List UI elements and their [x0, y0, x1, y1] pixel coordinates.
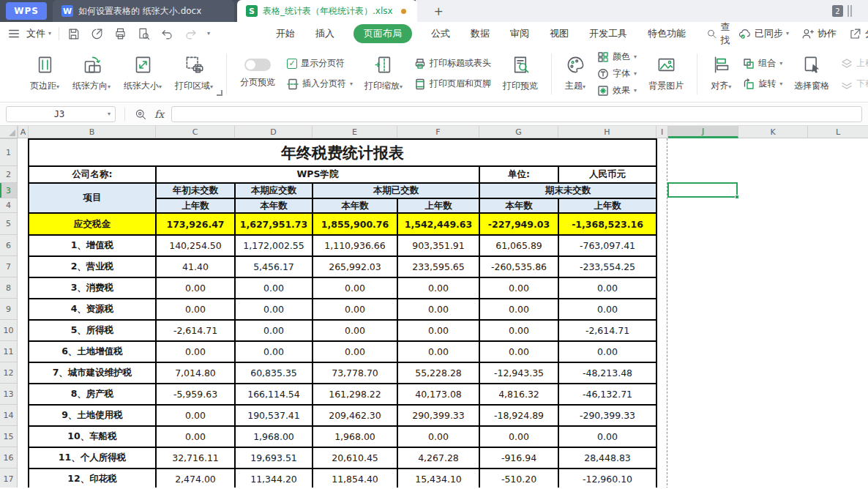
value-cell[interactable]: 209,462.30 [313, 405, 397, 426]
value-cell[interactable]: 0.00 [397, 299, 479, 320]
value-cell[interactable]: 19,693.51 [235, 447, 313, 469]
value-cell[interactable]: -18,924.89 [479, 405, 558, 426]
row-number[interactable]: 12 [0, 362, 17, 384]
value-cell[interactable]: 61,065.89 [479, 235, 558, 256]
value-cell[interactable]: 233,595.65 [397, 256, 479, 277]
value-cell[interactable]: -260,535.86 [479, 256, 558, 277]
value-cell[interactable]: 55,228.28 [397, 362, 479, 384]
value-cell[interactable]: 2,474.00 [156, 469, 235, 488]
file-menu[interactable]: 文件 ▾ [26, 27, 51, 40]
qat-customize-chevron-icon[interactable]: ▾ [207, 31, 210, 37]
background-image-button[interactable]: 背景图片 [642, 53, 690, 94]
tax-item-label-cell[interactable]: 5、所得税 [29, 320, 156, 341]
column-header[interactable]: I [656, 126, 668, 138]
tax-item-label-cell[interactable]: 10、车船税 [29, 426, 156, 447]
document-tab-docx[interactable]: W 如何设置表格的 纸张大小.docx [53, 0, 234, 22]
row-number[interactable]: 7 [0, 256, 17, 277]
value-cell[interactable]: 4,816.32 [479, 384, 558, 405]
row-number[interactable]: 11 [0, 341, 17, 362]
column-header[interactable]: J [668, 126, 738, 138]
row-number[interactable]: 9 [0, 299, 17, 320]
value-cell[interactable]: 0.00 [397, 277, 479, 299]
value-cell[interactable]: 40,173.08 [397, 384, 479, 405]
column-header[interactable]: G [479, 126, 558, 138]
value-cell[interactable]: 0.00 [479, 426, 558, 447]
value-cell[interactable]: 140,254.50 [156, 235, 235, 256]
save-icon[interactable] [67, 27, 81, 41]
undo-icon[interactable] [160, 27, 174, 41]
tax-item-label-cell[interactable]: 4、资源税 [29, 299, 156, 320]
menu-item[interactable]: 开发工具 [588, 24, 629, 43]
value-cell[interactable]: 0.00 [558, 277, 656, 299]
row-number[interactable]: 10 [0, 320, 17, 341]
value-cell[interactable]: 0.00 [558, 426, 656, 447]
header-cell[interactable]: 本期应交数 [235, 183, 313, 198]
value-cell[interactable]: -2,614.71 [156, 320, 235, 341]
rotate-button[interactable]: 旋转 ▾ [743, 78, 782, 90]
menu-item[interactable]: 公式 [430, 24, 452, 43]
value-cell[interactable]: 161,298.22 [313, 384, 397, 405]
selection-pane-button[interactable]: 选择窗格 [787, 53, 836, 94]
value-cell[interactable]: 0.00 [313, 277, 397, 299]
orientation-button[interactable]: 纸张方向▾ [66, 53, 117, 94]
document-tab-xlsx-active[interactable]: S 表格_统计表（年税统计表）.xlsx [237, 0, 417, 22]
value-cell[interactable]: 0.00 [313, 299, 397, 320]
tax-item-label-cell[interactable]: 9、土地使用税 [29, 405, 156, 426]
menu-item[interactable]: 特色功能 [646, 24, 687, 43]
value-cell[interactable]: -916.94 [479, 447, 558, 469]
value-cell[interactable]: 166,114.54 [235, 384, 313, 405]
group-button[interactable]: 组合 ▾ [743, 57, 782, 70]
row-number[interactable]: 13 [0, 384, 17, 405]
print-preview-button[interactable]: 打印预览 [496, 53, 545, 94]
toggle-off-icon[interactable] [244, 59, 271, 71]
row-number[interactable]: 1 [0, 139, 17, 166]
value-cell[interactable]: 5,456.17 [235, 256, 313, 277]
menu-item[interactable]: 页面布局 [353, 24, 412, 43]
subheader-cell[interactable]: 本年数 [479, 198, 558, 213]
total-value-cell[interactable]: 1,855,900.76 [313, 213, 397, 235]
value-cell[interactable]: 0.00 [397, 320, 479, 341]
row-number[interactable]: 14 [0, 405, 17, 426]
value-cell[interactable]: 11,344.20 [235, 469, 313, 488]
value-cell[interactable]: 0.00 [397, 341, 479, 362]
find-button[interactable]: 查找 [706, 20, 738, 47]
value-cell[interactable]: 290,399.33 [397, 405, 479, 426]
row-number[interactable]: 2 [0, 166, 17, 183]
insert-function-icon[interactable]: fx [154, 108, 164, 120]
paper-size-button[interactable]: 纸张大小▾ [117, 53, 168, 94]
column-header[interactable]: C [156, 126, 235, 138]
page-break-preview-toggle[interactable]: 分页预览 [233, 57, 282, 90]
align-button[interactable]: 对齐▾ [704, 53, 738, 94]
row-number[interactable]: 15 [0, 426, 17, 447]
value-cell[interactable]: 903,351.91 [397, 235, 479, 256]
tax-item-label-cell[interactable]: 2、营业税 [29, 256, 156, 277]
print-header-footer-button[interactable]: 打印页眉和页脚 [414, 78, 491, 90]
window-count-badge[interactable]: 2 [832, 5, 843, 17]
value-cell[interactable]: 73,778.70 [313, 362, 397, 384]
value-cell[interactable]: 41.40 [156, 256, 235, 277]
value-cell[interactable]: 11,854.40 [313, 469, 397, 488]
value-cell[interactable]: 4,267.28 [397, 447, 479, 469]
value-cell[interactable]: 15,434.10 [397, 469, 479, 488]
value-cell[interactable]: -510.20 [479, 469, 558, 488]
value-cell[interactable]: -763,097.41 [558, 235, 656, 256]
tax-item-label-cell[interactable]: 1、增值税 [29, 235, 156, 256]
subheader-cell[interactable]: 上年数 [558, 198, 656, 213]
fill-handle[interactable] [735, 195, 739, 199]
column-header[interactable]: B [29, 126, 156, 138]
value-cell[interactable]: -48,213.48 [558, 362, 656, 384]
column-header[interactable]: A [18, 126, 29, 138]
value-cell[interactable]: 1,968.00 [235, 426, 313, 447]
column-header[interactable]: H [558, 126, 656, 138]
value-cell[interactable]: 0.00 [156, 299, 235, 320]
report-title[interactable]: 年终税费统计报表 [29, 139, 656, 166]
total-value-cell[interactable]: 1,542,449.63 [397, 213, 479, 235]
menu-item[interactable]: 插入 [314, 24, 336, 43]
export-icon[interactable] [90, 27, 104, 41]
header-cell[interactable]: 本期已交数 [313, 183, 479, 198]
company-name-cell[interactable]: WPS学院 [156, 166, 479, 183]
value-cell[interactable]: -46,132.71 [558, 384, 656, 405]
value-cell[interactable]: 0.00 [479, 299, 558, 320]
tax-item-label-cell[interactable]: 3、消费税 [29, 277, 156, 299]
show-page-breaks-checkbox[interactable]: ✓ 显示分页符 [287, 57, 353, 70]
